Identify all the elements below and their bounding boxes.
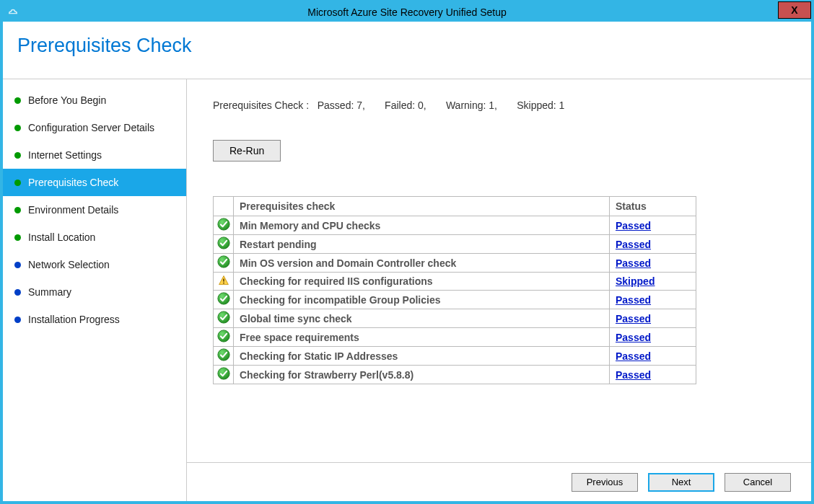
- table-row: Checking for incompatible Group Policies…: [214, 291, 696, 309]
- bullet-icon: [14, 234, 21, 241]
- status-cell: Passed: [610, 291, 696, 309]
- body: Before You BeginConfiguration Server Det…: [3, 79, 811, 501]
- table-row: Free space requirementsPassed: [214, 328, 696, 347]
- check-name: Min Memory and CPU checks: [234, 216, 610, 235]
- page-title: Prerequisites Check: [17, 35, 797, 57]
- bullet-icon: [14, 262, 21, 268]
- window-title: Microsoft Azure Site Recovery Unified Se…: [307, 6, 506, 18]
- table-row: Restart pendingPassed: [214, 235, 696, 254]
- check-name: Global time sync check: [234, 309, 610, 328]
- status-link[interactable]: Passed: [616, 239, 651, 250]
- status-link[interactable]: Passed: [616, 332, 651, 343]
- table-row: Checking for required IIS configurations…: [214, 273, 696, 291]
- check-name: Checking for required IIS configurations: [234, 273, 610, 291]
- check-pass-icon: [214, 347, 234, 366]
- check-pass-icon: [214, 235, 234, 254]
- table-row: Checking for Static IP AddressesPassed: [214, 347, 696, 366]
- check-pass-icon: [214, 366, 234, 384]
- bullet-icon: [14, 207, 21, 213]
- status-link[interactable]: Skipped: [616, 275, 655, 287]
- sidebar-item-summary[interactable]: Summary: [3, 278, 186, 306]
- status-cell: Passed: [610, 347, 696, 366]
- sidebar-item-environment-details[interactable]: Environment Details: [3, 196, 186, 224]
- sidebar-item-label: Installation Progress: [28, 314, 120, 325]
- bullet-icon: [14, 317, 21, 323]
- check-pass-icon: [214, 328, 234, 347]
- sidebar-item-network-selection[interactable]: Network Selection: [3, 251, 186, 278]
- sidebar-item-label: Prerequisites Check: [28, 177, 118, 188]
- sidebar-item-installation-progress[interactable]: Installation Progress: [3, 306, 186, 333]
- close-button[interactable]: X: [778, 1, 811, 19]
- check-name: Min OS version and Domain Controller che…: [234, 254, 610, 273]
- status-link[interactable]: Passed: [616, 369, 651, 381]
- main-panel: Prerequisites Check : Passed: 7, Failed:…: [187, 79, 811, 501]
- header: Prerequisites Check: [3, 22, 811, 79]
- status-cell: Passed: [610, 366, 696, 384]
- close-icon: X: [791, 4, 797, 16]
- status-link[interactable]: Passed: [616, 294, 651, 306]
- bullet-icon: [14, 180, 21, 186]
- sidebar-item-label: Network Selection: [28, 259, 110, 270]
- status-link[interactable]: Passed: [616, 220, 651, 231]
- svg-rect-6: [223, 278, 224, 281]
- table-row: Min Memory and CPU checksPassed: [214, 216, 696, 235]
- status-cell: Skipped: [610, 273, 696, 291]
- col-status-header: Status: [610, 197, 696, 216]
- check-pass-icon: [214, 216, 234, 235]
- table-row: Min OS version and Domain Controller che…: [214, 254, 696, 273]
- sidebar-item-internet-settings[interactable]: Internet Settings: [3, 141, 186, 169]
- svg-rect-7: [223, 282, 224, 283]
- check-name: Checking for incompatible Group Policies: [234, 291, 610, 309]
- sidebar-item-label: Summary: [28, 286, 71, 298]
- check-pass-icon: [214, 309, 234, 328]
- check-pass-icon: [214, 291, 234, 309]
- check-name: Free space requirements: [234, 328, 610, 347]
- previous-button[interactable]: Previous: [572, 473, 638, 492]
- sidebar-item-install-location[interactable]: Install Location: [3, 224, 186, 251]
- main-content: Prerequisites Check : Passed: 7, Failed:…: [187, 79, 811, 462]
- bullet-icon: [14, 97, 21, 104]
- sidebar-item-label: Before You Begin: [28, 94, 106, 106]
- sidebar-item-prerequisites-check[interactable]: Prerequisites Check: [3, 169, 186, 196]
- check-name: Checking for Strawberry Perl(v5.8.8): [234, 366, 610, 384]
- sidebar-item-configuration-server-details[interactable]: Configuration Server Details: [3, 114, 186, 141]
- col-icon-header: [214, 197, 234, 216]
- status-cell: Passed: [610, 254, 696, 273]
- status-cell: Passed: [610, 235, 696, 254]
- app-icon: [7, 6, 19, 17]
- status-link[interactable]: Passed: [616, 257, 651, 269]
- check-name: Restart pending: [234, 235, 610, 254]
- bullet-icon: [14, 289, 21, 296]
- bullet-icon: [14, 152, 21, 159]
- sidebar-item-label: Configuration Server Details: [28, 122, 154, 133]
- sidebar: Before You BeginConfiguration Server Det…: [3, 79, 187, 501]
- status-cell: Passed: [610, 328, 696, 347]
- sidebar-item-before-you-begin[interactable]: Before You Begin: [3, 87, 186, 114]
- status-link[interactable]: Passed: [616, 350, 651, 362]
- bullet-icon: [14, 125, 21, 131]
- status-link[interactable]: Passed: [616, 313, 651, 324]
- table-row: Global time sync checkPassed: [214, 309, 696, 328]
- next-button[interactable]: Next: [648, 473, 714, 492]
- col-check-header: Prerequisites check: [234, 197, 610, 216]
- rerun-button[interactable]: Re-Run: [213, 140, 281, 162]
- status-cell: Passed: [610, 216, 696, 235]
- prereq-summary: Prerequisites Check : Passed: 7, Failed:…: [213, 100, 785, 111]
- prereq-table: Prerequisites check Status Min Memory an…: [213, 196, 696, 384]
- footer: Previous Next Cancel: [187, 462, 811, 501]
- sidebar-item-label: Install Location: [28, 231, 95, 243]
- sidebar-item-label: Internet Settings: [28, 149, 102, 161]
- status-cell: Passed: [610, 309, 696, 328]
- cancel-button[interactable]: Cancel: [725, 473, 791, 492]
- sidebar-item-label: Environment Details: [28, 204, 118, 216]
- check-pass-icon: [214, 254, 234, 273]
- table-row: Checking for Strawberry Perl(v5.8.8)Pass…: [214, 366, 696, 384]
- warning-icon: [214, 273, 234, 291]
- wizard-window: Microsoft Azure Site Recovery Unified Se…: [0, 0, 814, 504]
- check-name: Checking for Static IP Addresses: [234, 347, 610, 366]
- titlebar: Microsoft Azure Site Recovery Unified Se…: [3, 3, 811, 22]
